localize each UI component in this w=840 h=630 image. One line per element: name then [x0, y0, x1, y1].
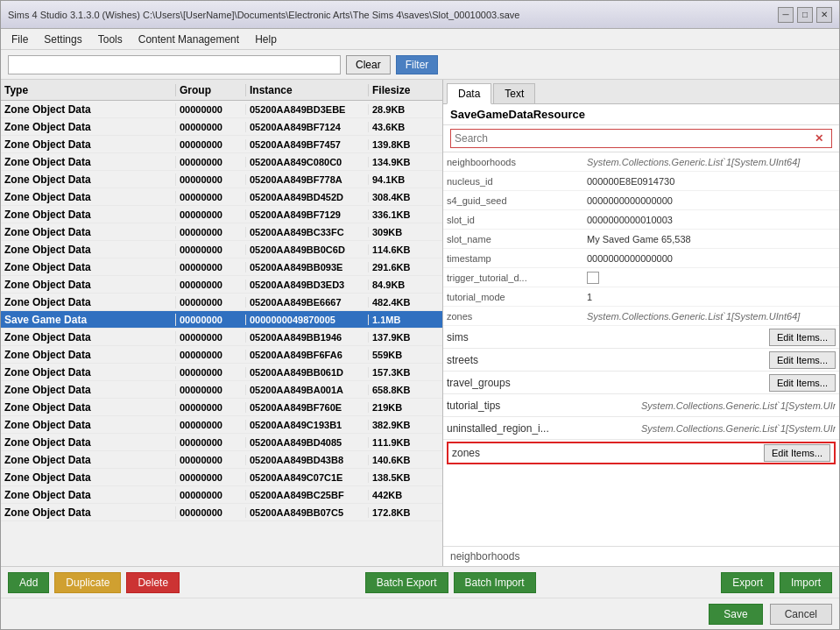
zones-edit-items-button[interactable]: Edit Items...: [764, 444, 830, 462]
batch-export-button[interactable]: Batch Export: [365, 572, 448, 593]
table-row[interactable]: Zone Object Data 00000000 05200AA849BA00…: [1, 381, 442, 399]
cell-instance: 05200AA849BD43B8: [246, 455, 369, 465]
menu-content-management[interactable]: Content Management: [131, 32, 246, 47]
table-row[interactable]: Zone Object Data 00000000 05200AA849BE66…: [1, 294, 442, 311]
maximize-button[interactable]: □: [797, 7, 813, 23]
cell-filesize: 84.9KB: [369, 280, 430, 290]
table-row[interactable]: Save Game Data 00000000 0000000049870005…: [1, 311, 442, 329]
table-row[interactable]: Zone Object Data 00000000 05200AA849BF6F…: [1, 346, 442, 364]
table-row[interactable]: Zone Object Data 00000000 05200AA849C07C…: [1, 469, 442, 486]
cell-filesize: 43.6KB: [369, 122, 430, 132]
cell-instance: 05200AA849BD3EBE: [246, 104, 369, 115]
section-name: uninstalled_region_i...: [447, 422, 641, 435]
table-row[interactable]: Zone Object Data 00000000 05200AA849BC33…: [1, 223, 442, 241]
section-row: streets Edit Items...: [443, 349, 839, 372]
cell-group: 00000000: [176, 104, 246, 115]
tab-data[interactable]: Data: [447, 83, 491, 104]
duplicate-button[interactable]: Duplicate: [54, 572, 121, 593]
prop-value: System.Collections.Generic.List`1[System…: [587, 311, 836, 322]
table-row[interactable]: Zone Object Data 00000000 05200AA849BD3E…: [1, 101, 442, 118]
table-row[interactable]: Zone Object Data 00000000 05200AA849BD3E…: [1, 276, 442, 294]
table-row[interactable]: Zone Object Data 00000000 05200AA849BB07…: [1, 504, 442, 521]
tab-text[interactable]: Text: [493, 83, 535, 103]
table-row[interactable]: Zone Object Data 00000000 05200AA849C193…: [1, 416, 442, 434]
save-button[interactable]: Save: [709, 604, 762, 625]
table-row[interactable]: Zone Object Data 00000000 05200AA849BD43…: [1, 451, 442, 469]
table-row[interactable]: Zone Object Data 00000000 05200AA849BD45…: [1, 188, 442, 206]
cell-instance: 05200AA849BD3ED3: [246, 280, 369, 290]
table-row[interactable]: Zone Object Data 00000000 05200AA849C080…: [1, 153, 442, 171]
import-button[interactable]: Import: [780, 572, 832, 593]
menu-help[interactable]: Help: [248, 32, 284, 47]
cell-type: Zone Object Data: [1, 419, 176, 431]
prop-value: My Saved Game 65,538: [587, 234, 836, 244]
table-row[interactable]: Zone Object Data 00000000 05200AA849BB19…: [1, 329, 442, 346]
right-search-input[interactable]: [450, 129, 832, 148]
cell-instance: 05200AA849BF778A: [246, 174, 369, 185]
table-row[interactable]: Zone Object Data 00000000 05200AA849BC25…: [1, 486, 442, 504]
export-button[interactable]: Export: [721, 572, 774, 593]
cell-group: 00000000: [176, 455, 246, 465]
add-button[interactable]: Add: [8, 572, 49, 593]
cell-group: 00000000: [176, 297, 246, 308]
cell-instance: 05200AA849BD452D: [246, 192, 369, 202]
search-input[interactable]: [8, 55, 341, 74]
col-header-filesize: Filesize: [369, 84, 430, 96]
cell-type: Zone Object Data: [1, 296, 176, 308]
prop-name: neighboorhoods: [447, 157, 587, 167]
table-row[interactable]: Zone Object Data 00000000 05200AA849BF77…: [1, 171, 442, 188]
cell-type: Zone Object Data: [1, 173, 176, 186]
table-row[interactable]: Zone Object Data 00000000 05200AA849BF71…: [1, 206, 442, 223]
cell-filesize: 94.1KB: [369, 174, 430, 185]
cell-type: Zone Object Data: [1, 191, 176, 203]
cell-instance: 05200AA849BD4085: [246, 437, 369, 448]
clear-button[interactable]: Clear: [346, 55, 391, 74]
table-scroll-area: Zone Object Data 00000000 05200AA849BD3E…: [1, 101, 442, 566]
cancel-button[interactable]: Cancel: [770, 604, 832, 625]
property-row: tutorial_mode 1: [443, 287, 839, 307]
table-row[interactable]: Zone Object Data 00000000 05200AA849BB06…: [1, 364, 442, 381]
property-row: trigger_tutorial_d...: [443, 268, 839, 287]
cell-filesize: 308.4KB: [369, 192, 430, 202]
minimize-button[interactable]: ─: [778, 7, 794, 23]
cell-filesize: 442KB: [369, 490, 430, 500]
table-row[interactable]: Zone Object Data 00000000 05200AA849BB0C…: [1, 241, 442, 258]
cell-type: Zone Object Data: [1, 261, 176, 273]
window-title: Sims 4 Studio 3.1.3.0 (Wishes) C:\Users\…: [8, 10, 519, 20]
prop-checkbox[interactable]: [587, 272, 599, 284]
cell-type: Zone Object Data: [1, 349, 176, 361]
cell-instance: 05200AA849BB0C6D: [246, 244, 369, 255]
edit-items-button[interactable]: Edit Items...: [769, 374, 836, 392]
table-row[interactable]: Zone Object Data 00000000 05200AA849BF76…: [1, 399, 442, 416]
cell-group: 00000000: [176, 402, 246, 413]
delete-button[interactable]: Delete: [126, 572, 180, 593]
cell-filesize: 134.9KB: [369, 157, 430, 167]
table-row[interactable]: Zone Object Data 00000000 05200AA849BB09…: [1, 258, 442, 276]
cell-filesize: 28.9KB: [369, 104, 430, 115]
search-clear-icon[interactable]: ✕: [815, 132, 823, 145]
table-row[interactable]: Zone Object Data 00000000 05200AA849BF71…: [1, 118, 442, 136]
batch-import-button[interactable]: Batch Import: [454, 572, 536, 593]
table-row[interactable]: Zone Object Data 00000000 05200AA849BF74…: [1, 136, 442, 153]
edit-items-button[interactable]: Edit Items...: [769, 329, 836, 346]
table-row[interactable]: Zone Object Data 00000000 05200AA849BD40…: [1, 434, 442, 451]
cell-group: 00000000: [176, 209, 246, 220]
cell-instance: 05200AA849BE6667: [246, 297, 369, 308]
right-panel: Data Text SaveGameDataResource ✕ neighbo…: [443, 80, 839, 566]
cell-instance: 05200AA849BB07C5: [246, 507, 369, 518]
property-row: zones System.Collections.Generic.List`1[…: [443, 307, 839, 326]
menu-tools[interactable]: Tools: [91, 32, 130, 47]
section-name: streets: [447, 354, 769, 366]
property-row: slot_id 0000000000010003: [443, 210, 839, 230]
prop-name: timestamp: [447, 253, 587, 264]
filter-button[interactable]: Filter: [396, 55, 439, 74]
menu-settings[interactable]: Settings: [37, 32, 88, 47]
edit-items-button[interactable]: Edit Items...: [769, 351, 836, 369]
cell-group: 00000000: [176, 122, 246, 132]
prop-name: slot_id: [447, 215, 587, 225]
cell-group: 00000000: [176, 280, 246, 290]
close-button[interactable]: ✕: [816, 7, 832, 23]
table-body: Zone Object Data 00000000 05200AA849BD3E…: [1, 101, 442, 566]
cell-group: 00000000: [176, 174, 246, 185]
menu-file[interactable]: File: [4, 32, 35, 47]
